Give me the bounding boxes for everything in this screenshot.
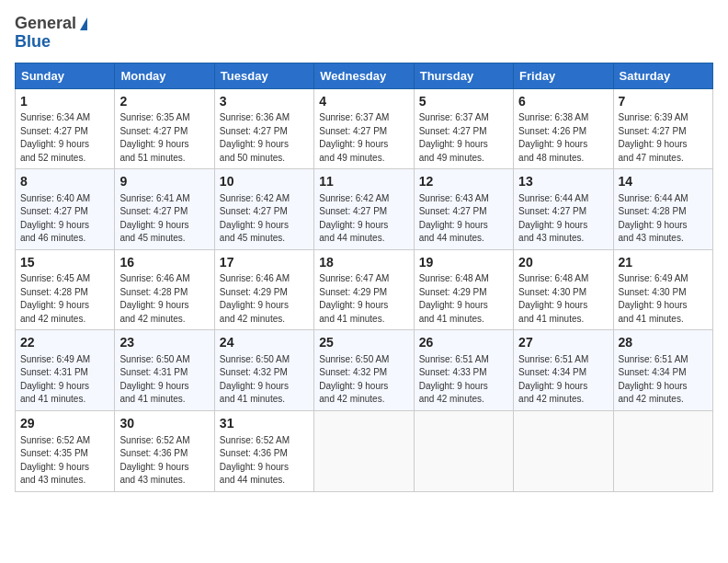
calendar-cell: 11Sunrise: 6:42 AMSunset: 4:27 PMDayligh… [314, 169, 414, 250]
calendar-cell: 29Sunrise: 6:52 AMSunset: 4:35 PMDayligh… [16, 410, 115, 491]
day-number: 10 [220, 173, 309, 191]
cell-content: Sunrise: 6:50 AMSunset: 4:32 PMDaylight:… [319, 353, 408, 407]
cell-content: Sunrise: 6:48 AMSunset: 4:30 PMDaylight:… [518, 272, 608, 326]
day-number: 7 [619, 93, 708, 111]
cell-content: Sunrise: 6:52 AMSunset: 4:35 PMDaylight:… [20, 434, 109, 488]
cell-content: Sunrise: 6:38 AMSunset: 4:26 PMDaylight:… [518, 111, 608, 165]
cell-content: Sunrise: 6:36 AMSunset: 4:27 PMDaylight:… [220, 111, 309, 165]
calendar-cell: 4Sunrise: 6:37 AMSunset: 4:27 PMDaylight… [314, 88, 414, 169]
calendar-cell: 2Sunrise: 6:35 AMSunset: 4:27 PMDaylight… [115, 88, 214, 169]
column-header-wednesday: Wednesday [314, 63, 414, 88]
calendar-cell: 1Sunrise: 6:34 AMSunset: 4:27 PMDaylight… [16, 88, 115, 169]
calendar-cell: 13Sunrise: 6:44 AMSunset: 4:27 PMDayligh… [514, 169, 613, 250]
day-number: 25 [319, 334, 408, 352]
day-number: 26 [419, 334, 508, 352]
day-number: 14 [619, 173, 708, 191]
cell-content: Sunrise: 6:42 AMSunset: 4:27 PMDaylight:… [319, 192, 408, 246]
day-number: 5 [419, 93, 508, 111]
cell-content: Sunrise: 6:47 AMSunset: 4:29 PMDaylight:… [319, 272, 408, 326]
page-header: General Blue [15, 15, 713, 52]
calendar-cell: 5Sunrise: 6:37 AMSunset: 4:27 PMDaylight… [414, 88, 513, 169]
calendar-cell: 24Sunrise: 6:50 AMSunset: 4:32 PMDayligh… [214, 330, 313, 411]
cell-content: Sunrise: 6:34 AMSunset: 4:27 PMDaylight:… [20, 111, 109, 165]
day-number: 20 [518, 254, 608, 272]
cell-content: Sunrise: 6:42 AMSunset: 4:27 PMDaylight:… [220, 192, 309, 246]
calendar-cell: 22Sunrise: 6:49 AMSunset: 4:31 PMDayligh… [16, 330, 115, 411]
day-number: 24 [220, 334, 309, 352]
calendar-cell: 20Sunrise: 6:48 AMSunset: 4:30 PMDayligh… [514, 249, 613, 330]
cell-content: Sunrise: 6:45 AMSunset: 4:28 PMDaylight:… [20, 272, 109, 326]
calendar-week-row: 15Sunrise: 6:45 AMSunset: 4:28 PMDayligh… [16, 249, 713, 330]
calendar-cell: 6Sunrise: 6:38 AMSunset: 4:26 PMDaylight… [514, 88, 613, 169]
day-number: 18 [319, 254, 408, 272]
cell-content: Sunrise: 6:37 AMSunset: 4:27 PMDaylight:… [419, 111, 508, 165]
calendar-cell: 27Sunrise: 6:51 AMSunset: 4:34 PMDayligh… [514, 330, 613, 411]
calendar-table: SundayMondayTuesdayWednesdayThursdayFrid… [15, 63, 713, 492]
calendar-cell: 19Sunrise: 6:48 AMSunset: 4:29 PMDayligh… [414, 249, 513, 330]
cell-content: Sunrise: 6:52 AMSunset: 4:36 PMDaylight:… [220, 434, 309, 488]
cell-content: Sunrise: 6:49 AMSunset: 4:30 PMDaylight:… [619, 272, 708, 326]
cell-content: Sunrise: 6:51 AMSunset: 4:33 PMDaylight:… [419, 353, 508, 407]
day-number: 30 [119, 415, 209, 433]
calendar-cell: 28Sunrise: 6:51 AMSunset: 4:34 PMDayligh… [613, 330, 712, 411]
column-header-thursday: Thursday [414, 63, 513, 88]
calendar-cell [613, 410, 712, 491]
day-number: 16 [119, 254, 209, 272]
calendar-header-row: SundayMondayTuesdayWednesdayThursdayFrid… [16, 63, 713, 88]
column-header-saturday: Saturday [613, 63, 712, 88]
day-number: 27 [518, 334, 608, 352]
calendar-week-row: 29Sunrise: 6:52 AMSunset: 4:35 PMDayligh… [16, 410, 713, 491]
day-number: 2 [119, 93, 209, 111]
cell-content: Sunrise: 6:51 AMSunset: 4:34 PMDaylight:… [518, 353, 608, 407]
day-number: 11 [319, 173, 408, 191]
day-number: 23 [119, 334, 209, 352]
day-number: 9 [119, 173, 209, 191]
calendar-body: 1Sunrise: 6:34 AMSunset: 4:27 PMDaylight… [16, 88, 713, 491]
calendar-cell: 30Sunrise: 6:52 AMSunset: 4:36 PMDayligh… [115, 410, 214, 491]
logo-general-text: General [15, 15, 76, 33]
calendar-cell: 23Sunrise: 6:50 AMSunset: 4:31 PMDayligh… [115, 330, 214, 411]
cell-content: Sunrise: 6:43 AMSunset: 4:27 PMDaylight:… [419, 192, 508, 246]
cell-content: Sunrise: 6:52 AMSunset: 4:36 PMDaylight:… [119, 434, 209, 488]
calendar-cell: 18Sunrise: 6:47 AMSunset: 4:29 PMDayligh… [314, 249, 414, 330]
day-number: 28 [619, 334, 708, 352]
calendar-cell: 3Sunrise: 6:36 AMSunset: 4:27 PMDaylight… [214, 88, 313, 169]
calendar-cell: 16Sunrise: 6:46 AMSunset: 4:28 PMDayligh… [115, 249, 214, 330]
calendar-cell: 7Sunrise: 6:39 AMSunset: 4:27 PMDaylight… [613, 88, 712, 169]
calendar-cell: 8Sunrise: 6:40 AMSunset: 4:27 PMDaylight… [16, 169, 115, 250]
cell-content: Sunrise: 6:46 AMSunset: 4:28 PMDaylight:… [119, 272, 209, 326]
calendar-cell: 12Sunrise: 6:43 AMSunset: 4:27 PMDayligh… [414, 169, 513, 250]
calendar-cell: 9Sunrise: 6:41 AMSunset: 4:27 PMDaylight… [115, 169, 214, 250]
calendar-cell: 31Sunrise: 6:52 AMSunset: 4:36 PMDayligh… [214, 410, 313, 491]
cell-content: Sunrise: 6:37 AMSunset: 4:27 PMDaylight:… [319, 111, 408, 165]
calendar-cell: 25Sunrise: 6:50 AMSunset: 4:32 PMDayligh… [314, 330, 414, 411]
day-number: 8 [20, 173, 109, 191]
column-header-monday: Monday [115, 63, 214, 88]
day-number: 1 [20, 93, 109, 111]
cell-content: Sunrise: 6:51 AMSunset: 4:34 PMDaylight:… [619, 353, 708, 407]
calendar-week-row: 22Sunrise: 6:49 AMSunset: 4:31 PMDayligh… [16, 330, 713, 411]
cell-content: Sunrise: 6:50 AMSunset: 4:32 PMDaylight:… [220, 353, 309, 407]
calendar-cell [514, 410, 613, 491]
cell-content: Sunrise: 6:46 AMSunset: 4:29 PMDaylight:… [220, 272, 309, 326]
calendar-cell [414, 410, 513, 491]
calendar-cell: 26Sunrise: 6:51 AMSunset: 4:33 PMDayligh… [414, 330, 513, 411]
cell-content: Sunrise: 6:41 AMSunset: 4:27 PMDaylight:… [119, 192, 209, 246]
calendar-cell [314, 410, 414, 491]
day-number: 12 [419, 173, 508, 191]
day-number: 31 [220, 415, 309, 433]
day-number: 22 [20, 334, 109, 352]
calendar-week-row: 8Sunrise: 6:40 AMSunset: 4:27 PMDaylight… [16, 169, 713, 250]
cell-content: Sunrise: 6:50 AMSunset: 4:31 PMDaylight:… [119, 353, 209, 407]
calendar-week-row: 1Sunrise: 6:34 AMSunset: 4:27 PMDaylight… [16, 88, 713, 169]
day-number: 6 [518, 93, 608, 111]
logo: General Blue [15, 15, 87, 52]
logo-triangle-icon [80, 17, 87, 30]
cell-content: Sunrise: 6:48 AMSunset: 4:29 PMDaylight:… [419, 272, 508, 326]
cell-content: Sunrise: 6:35 AMSunset: 4:27 PMDaylight:… [119, 111, 209, 165]
day-number: 19 [419, 254, 508, 272]
calendar-cell: 15Sunrise: 6:45 AMSunset: 4:28 PMDayligh… [16, 249, 115, 330]
cell-content: Sunrise: 6:49 AMSunset: 4:31 PMDaylight:… [20, 353, 109, 407]
column-header-sunday: Sunday [16, 63, 115, 88]
day-number: 21 [619, 254, 708, 272]
